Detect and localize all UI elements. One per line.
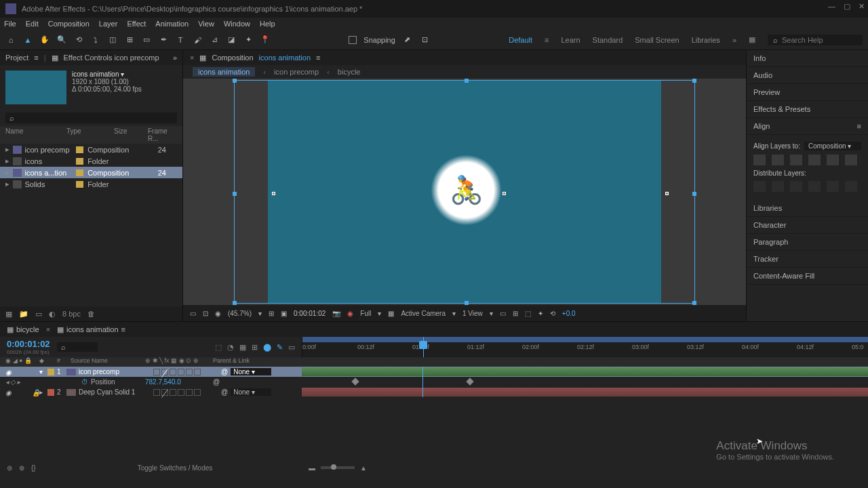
handle-br[interactable] xyxy=(692,301,696,305)
switch-collapse[interactable]: ╱ xyxy=(161,389,168,396)
handle-bl[interactable] xyxy=(233,301,237,305)
project-item[interactable]: ▸SolidsFolder xyxy=(0,178,182,190)
folder-icon[interactable]: 📁 xyxy=(19,310,28,319)
align-left-button[interactable] xyxy=(753,155,766,165)
current-time[interactable]: 0:00:01:02 xyxy=(294,310,326,317)
menu-window[interactable]: Window xyxy=(224,20,250,28)
panel-audio[interactable]: Audio xyxy=(747,67,868,84)
project-item[interactable]: ▸iconsFolder xyxy=(0,155,182,167)
workspace-reset-icon[interactable]: ▦ xyxy=(749,35,755,44)
roi-icon[interactable]: ▣ xyxy=(281,310,287,317)
workspace-small[interactable]: Small Screen xyxy=(635,36,679,44)
interpret-icon[interactable]: ▦ xyxy=(5,310,12,319)
col-framerate[interactable]: Frame R... xyxy=(148,127,175,142)
pickwhip-icon[interactable]: @ xyxy=(221,388,228,396)
playhead[interactable] xyxy=(423,337,424,357)
camera-dropdown[interactable]: Active Camera xyxy=(401,310,446,317)
selection-tool-icon[interactable]: ▲ xyxy=(22,35,33,45)
roto-tool-icon[interactable]: ✦ xyxy=(243,35,254,45)
layer-row-2[interactable]: ◉🔒 ▸ 2 Deep Cyan Solid 1 ╱ @ None ▾ xyxy=(0,387,868,397)
dist-1-button[interactable] xyxy=(753,181,766,192)
menu-composition[interactable]: Composition xyxy=(48,20,90,28)
view-opt4-icon[interactable]: ✦ xyxy=(538,310,543,317)
panel-menu-icon[interactable]: ≡ xyxy=(857,122,861,130)
timeline-tab-bicycle[interactable]: ▦ bicycle xyxy=(7,325,39,334)
handle-bm[interactable] xyxy=(465,301,469,305)
twirl-icon[interactable]: ▾ xyxy=(39,368,43,375)
workspace-learn[interactable]: Learn xyxy=(561,36,580,44)
menu-help[interactable]: Help xyxy=(260,20,275,28)
align-vcenter-button[interactable] xyxy=(827,155,839,165)
tl-footer-icon2[interactable]: ⊕ xyxy=(19,464,24,472)
grid-icon[interactable]: ▦ xyxy=(388,310,394,317)
property-row-position[interactable]: ◂ ◇ ▸ ⏱Position 782.7,540.0 @ xyxy=(0,377,868,387)
layer-bar[interactable] xyxy=(302,367,868,376)
menu-animation[interactable]: Animation xyxy=(155,20,189,28)
tl-footer-icon1[interactable]: ⊚ xyxy=(7,464,12,472)
viewer-alpha-icon[interactable]: ⊡ xyxy=(203,310,208,317)
add-keyframe-icon[interactable]: ◇ xyxy=(10,378,16,386)
parent-dropdown[interactable]: None ▾ xyxy=(231,388,271,396)
tab-project[interactable]: Project xyxy=(5,54,28,62)
tab-project-menu-icon[interactable]: ≡ xyxy=(34,54,38,62)
close-tab-icon[interactable]: × xyxy=(46,325,50,333)
layer-handle[interactable] xyxy=(502,192,506,195)
view-opt1-icon[interactable]: ▭ xyxy=(500,310,506,317)
zoom-out-icon[interactable]: ▬ xyxy=(309,464,315,472)
maximize-button[interactable]: ▢ xyxy=(844,2,850,11)
comp-tab-name[interactable]: icons animation xyxy=(259,54,311,62)
col-parent[interactable]: Parent & Link xyxy=(213,357,274,367)
chevron-down-icon[interactable]: ▾ xyxy=(258,310,262,317)
comp-name[interactable]: icons animation ▾ xyxy=(72,70,142,78)
project-search-input[interactable]: ⌕ xyxy=(5,113,177,123)
zoom-in-icon[interactable]: ▲ xyxy=(360,464,367,472)
align-target-dropdown[interactable]: Composition ▾ xyxy=(804,142,861,150)
view-opt2-icon[interactable]: ⊞ xyxy=(513,310,518,317)
exposure-reset-icon[interactable]: ⟲ xyxy=(550,310,555,317)
menu-file[interactable]: File xyxy=(4,20,16,28)
handle-tr[interactable] xyxy=(692,79,696,83)
search-help-input[interactable]: ⌕ Search Help xyxy=(768,35,863,45)
pen-tool-icon[interactable]: ✒ xyxy=(158,35,169,45)
layer-name[interactable]: icon precomp xyxy=(79,368,153,375)
panel-tracker[interactable]: Tracker xyxy=(747,251,868,268)
tab-menu-icon[interactable]: ≡ xyxy=(121,325,125,333)
align-bottom-button[interactable] xyxy=(845,155,857,165)
comp-tab-menu-icon[interactable]: ≡ xyxy=(316,54,320,62)
icon-precomp-layer[interactable]: 🚴 xyxy=(431,155,502,226)
handle-tl[interactable] xyxy=(233,79,237,83)
exposure-value[interactable]: +0.0 xyxy=(562,310,576,317)
dist-4-button[interactable] xyxy=(808,181,821,192)
col-name[interactable]: Name xyxy=(5,127,66,142)
text-tool-icon[interactable]: T xyxy=(175,35,186,45)
property-value[interactable]: 782.7,540.0 xyxy=(145,378,213,386)
pickwhip-icon[interactable]: @ xyxy=(221,368,228,375)
eraser-tool-icon[interactable]: ◪ xyxy=(226,35,237,45)
home-icon[interactable]: ⌂ xyxy=(5,35,16,45)
rotate-tool-icon[interactable]: ⤵ xyxy=(90,35,101,45)
handle-tm[interactable] xyxy=(465,79,469,83)
tl-graph-icon[interactable]: ✎ xyxy=(277,343,283,352)
next-keyframe-icon[interactable]: ▸ xyxy=(17,378,20,386)
timecode[interactable]: 0:00:01:02 xyxy=(7,339,50,349)
project-item[interactable]: ▸icon precompComposition24 xyxy=(0,144,182,155)
panel-paragraph[interactable]: Paragraph xyxy=(747,234,868,251)
composition-viewer[interactable]: 🚴 xyxy=(183,79,746,305)
chevron-down-icon[interactable]: ▾ xyxy=(378,310,381,317)
channel-icon[interactable]: ◉ xyxy=(347,310,353,317)
close-tab-icon[interactable]: × xyxy=(190,54,194,62)
expression-pickwhip-icon[interactable]: @ xyxy=(213,378,222,386)
adjust-icon[interactable]: ◐ xyxy=(49,310,56,319)
timeline-search-input[interactable]: ⌕ xyxy=(57,342,98,352)
brush-tool-icon[interactable]: 🖌 xyxy=(192,35,203,45)
panel-character[interactable]: Character xyxy=(747,217,868,234)
zoom-tool-icon[interactable]: 🔍 xyxy=(56,35,67,45)
close-button[interactable]: ✕ xyxy=(859,2,865,11)
tl-footer-icon3[interactable]: {} xyxy=(31,464,36,472)
snap-opt2-icon[interactable]: ⊡ xyxy=(420,35,431,45)
panel-align-title[interactable]: Align xyxy=(753,122,770,130)
switch-collapse[interactable]: ╱ xyxy=(161,369,168,375)
timeline-ruler[interactable]: 0:00f00:12f01:00f01:12f02:00f02:12f03:00… xyxy=(302,337,868,357)
chevron-down-icon[interactable]: ▾ xyxy=(490,310,493,317)
dist-2-button[interactable] xyxy=(772,181,784,192)
